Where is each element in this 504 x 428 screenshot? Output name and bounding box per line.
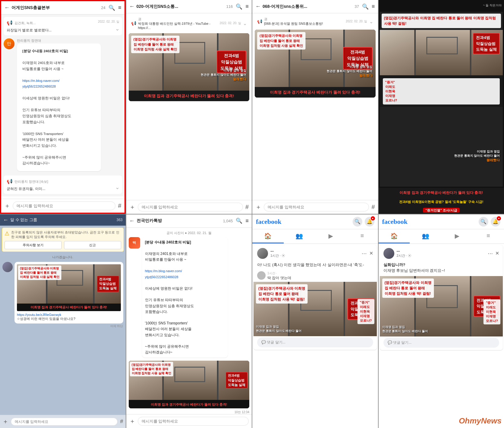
bl-plus-icon[interactable]: ＋ [2, 417, 8, 426]
menu-button-bm[interactable]: ≡ [245, 218, 249, 224]
bm-chat-bubble: [분당 수내동 2402호의 비밀] 이재명의 2401호와 내부로비밀통로를 … [142, 237, 228, 358]
fb-post-more-1[interactable]: ··· [362, 250, 367, 257]
fr-evidence-text: "증거"이래도이현욱이재명모르나? [383, 78, 500, 105]
bl-hash-icon[interactable]: # [120, 418, 123, 425]
bl-message-input[interactable] [11, 418, 118, 426]
fb-post-text-1: 아! 나도 (혹시) 이런 생각을 했었는데 사 실이라면은-내 '축'도- [257, 262, 364, 267]
fb-icons-right: 🔍 🔔 ● [479, 217, 500, 227]
bl-card-bottom-text: 이최명 집과 경기주택공사 베란다가 뚫려 있다 충격! [31, 305, 107, 309]
fb-close-btn-1[interactable]: ✕ [369, 250, 373, 256]
fb-nav-video[interactable]: ▶ [315, 229, 347, 243]
chat-scroll-tm: 📢 권 박정희 대통령 배드민턴 실력-1979년 - YouTube - ht… [126, 13, 252, 200]
message-input-tl[interactable] [13, 201, 115, 210]
back-button-tm[interactable]: ← [129, 3, 135, 10]
fb-card-title-1: (옆집)경기주택공사와 이최명집 베란다 통로 뚫어 왕래이최명 집처럼 사용 … [256, 284, 308, 304]
message-input-tr[interactable] [264, 203, 369, 211]
expand-btn-tm[interactable]: ⌄ [243, 21, 247, 26]
fb-notif-btn-right[interactable]: 🔔 ● [491, 217, 500, 227]
fb-nav-video-r[interactable]: ▶ [441, 229, 473, 243]
fb-post-time-2: 2시간 · ☉ [397, 253, 486, 258]
message-input-bm[interactable] [138, 417, 249, 426]
bl-back[interactable]: ← [3, 217, 8, 223]
search-button-tm[interactable]: 🔍 [236, 3, 242, 10]
bl-youtube-link[interactable]: https://youtu.be/zJRleGwcwyk [17, 313, 61, 317]
watermark-text: OhmyNews [459, 416, 502, 425]
search-button-bm[interactable]: 🔍 [236, 217, 242, 224]
bl-notice-text: 친구로 등록되지 않은 사용자로부터 초대받았습니다. 금전 요구 등으로 인한… [11, 230, 121, 239]
fr-bottom-text2: 전과4범 이최명&이현욱 공범? 절세 '도둑놀들' 구속 시급! [399, 200, 483, 204]
expand-icon-2[interactable]: ⌄ [115, 183, 120, 191]
plus-icon-tm[interactable]: ＋ [129, 203, 135, 211]
fb-scroll-right: ··· 2시간 · ☉ ··· ✕ 실화입니까? 이재명 후보님 답변하셔야 겠… [379, 244, 504, 428]
plus-icon-bm[interactable]: ＋ [129, 417, 135, 425]
fb-notif-btn-left[interactable]: 🔔 ● [365, 217, 374, 227]
notice-report-btn[interactable]: 신고 [64, 241, 121, 249]
fb-nav-home-r[interactable]: 🏠 [379, 229, 410, 243]
expand-btn-tr[interactable]: ⌄ [369, 19, 373, 24]
bl-chat-area: (옆집)경기주택공사와 이최명집 베란다를 뚫어 통로 왕래이최명 집처럼 사용… [0, 261, 126, 415]
fb-comment-input-2[interactable]: 💬 댓글 달기... [383, 338, 499, 348]
back-button-tr[interactable]: ← [255, 3, 261, 10]
chat-bubble-main: [분당 수내동 2402호의 비밀] 이재명의 2401호와 내부로비밀통로를 … [17, 43, 101, 171]
hash-icon-tm[interactable]: # [245, 204, 249, 211]
menu-button-tr[interactable]: ≡ [372, 3, 375, 10]
notice-view-btn[interactable]: 주의사항 보기 [5, 241, 62, 249]
plus-icon[interactable]: ＋ [4, 202, 10, 210]
msg-group-main: 만 만리풍치 정연대 [분당 수내동 2402호의 비밀] 이재명의 2401호… [4, 37, 122, 174]
image-card-tm: (옆집)경기주택공사와 이최명집 베란다를 뚫어 통로 왕래이최명 집처럼 사용… [129, 33, 250, 101]
naver-link[interactable]: https://m.blog.naver.com/ytjytj56/222652… [22, 79, 60, 88]
fb-post-more-2[interactable]: ··· [488, 250, 493, 257]
search-button-tl[interactable]: 🔍 [108, 5, 115, 11]
preview-time: 2022. 02. 20. 일 [220, 21, 241, 25]
fb-nav-menu-r[interactable]: ≡ [473, 229, 504, 243]
bm-announcement-label: 공지 사진이 ● 2022. 02. 21. 월 [166, 231, 212, 235]
sub1-tr: 이재명 집과 옆집 [327, 65, 372, 69]
fr-top-text: ~ 들 작은거야 [379, 0, 504, 11]
fb-nav-friends[interactable]: 👥 [284, 229, 315, 243]
message-input-tm[interactable] [138, 203, 243, 211]
fb-nav-left: 🏠 👥 ▶ ≡ [252, 229, 378, 244]
top-bar-tl: ← 어게인SNS총괄본부 24 🔍 ≡ [1, 1, 124, 14]
chat-title-tl: 어게인SNS총괄본부 [11, 5, 99, 11]
fb-nav-friends-r[interactable]: 👥 [410, 229, 441, 243]
preview-content-tr: [068-분과] 유석열 원팀 SNS홍보소통방! [264, 21, 344, 26]
fr-bottom-text1: 이최명 집과 경기주택공사 베란다가 뚫려 있다 충격! [399, 191, 483, 195]
plus-icon-tr[interactable]: ＋ [255, 203, 261, 211]
card-top-left-text-tm: (옆집)경기주택공사와 이최명집 베란다를 뚫어 통로 왕래이최명 집처럼 사용… [131, 36, 179, 53]
fb-search-btn-left[interactable]: 🔍 [353, 217, 362, 227]
bl-msg-content: (옆집)경기주택공사와 이최명집 베란다를 뚫어 통로 왕래이최명 집처럼 사용… [15, 262, 123, 328]
chat-title-bm: 전국민카톡방 [137, 218, 221, 224]
bl-avatar [2, 262, 13, 272]
preview-text-tm: 권 박정희 대통령 배드민턴 실력-1979년 - YouTube - http… [138, 17, 218, 30]
fb-nav-home[interactable]: 🏠 [252, 229, 284, 243]
chat-area-tm: 📢 권 박정희 대통령 배드민턴 실력-1979년 - YouTube - ht… [126, 13, 252, 105]
chat-area-bm: 공지 사진이 ● 2022. 02. 21. 월 떡 [분당 수내동 2402호… [126, 228, 252, 414]
fr-label2-text: "증거인멸" 조사/시급 [423, 208, 460, 213]
fb-sub-b4: 현관문 통화지 않아도 베란다 뚫어 [382, 329, 428, 333]
fb-comment-input-1[interactable]: 💬 댓글 달기... [257, 337, 373, 347]
sub3-tm: 왕래했다 [201, 77, 246, 82]
bl-leave-msg: 나가겠습니다. [0, 254, 126, 261]
panel-again-sns-068: ← 068-어게인sns소통위... 37 🔍 ≡ 📢 권 [068-분과] 유… [252, 0, 378, 214]
back-button-tl[interactable]: ← [4, 5, 10, 11]
bl-stamp: 전과4범악질상습범도둑놈 실체 [97, 275, 119, 292]
fb-nav-menu[interactable]: ≡ [347, 229, 378, 243]
card-bottom-text-tm: 이최명 집과 경기주택공사 베란다가 뚫려 있다 충격! [144, 94, 234, 98]
msg-text-bottom: 굳혀진 유권자들, 이미... [7, 186, 119, 191]
hash-icon[interactable]: # [118, 202, 121, 209]
search-button-tr[interactable]: 🔍 [362, 3, 369, 10]
fb-post-meta-1: ··· 1시간 · ☉ [270, 249, 359, 258]
fb-search-btn-right[interactable]: 🔍 [479, 217, 488, 227]
menu-button-tl[interactable]: ≡ [118, 5, 121, 11]
menu-button-tm[interactable]: ≡ [245, 3, 249, 10]
preview-text-tr: 권 [068-분과] 유석열 원팀 SNS홍보소통방! [264, 17, 344, 26]
card-top-left-text-tr: (옆집)경기주택공사와 이최명집 베란다를 뚫어 통로 왕래이최명 집처럼 사용… [257, 32, 305, 50]
msg-body-main: 만리풍치 정연대 [분당 수내동 2402호의 비밀] 이재명의 2401호와 … [17, 38, 122, 172]
bm-date-divider: 공지 사진이 ● 2022. 02. 21. 월 [129, 231, 250, 235]
back-button-bm[interactable]: ← [129, 218, 135, 224]
fb-close-btn-2[interactable]: ✕ [495, 250, 499, 256]
expand-icon[interactable]: ⌄ [115, 25, 120, 33]
bm-naver-link[interactable]: https://m.blog.naver.com/ytjytj56/222652… [145, 269, 182, 278]
hash-icon-tr[interactable]: # [371, 204, 375, 211]
top-bar-tm: ← 020-어게인SNS소통... 116 🔍 ≡ [126, 0, 252, 13]
